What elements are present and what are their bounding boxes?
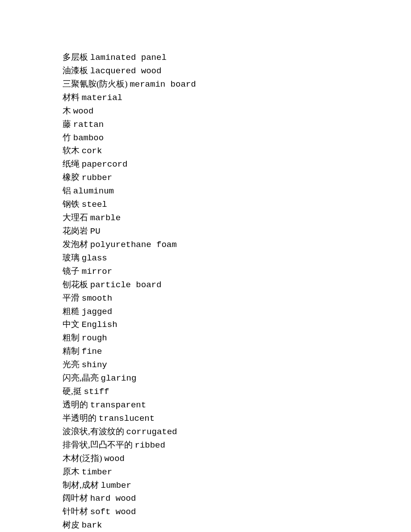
list-item: 藤 rattan [63, 118, 411, 131]
english-term: PU [90, 226, 101, 236]
english-term: meramin board [130, 80, 196, 89]
english-term: mirror [82, 267, 112, 276]
english-term: transparent [90, 400, 146, 410]
list-item: 硬,挺 stiff [63, 385, 411, 398]
list-item: 玻璃 glass [63, 251, 411, 265]
chinese-term: 波浪状,有波纹的 [63, 427, 124, 436]
chinese-term: 木 [63, 106, 71, 115]
english-term: fine [82, 347, 102, 356]
chinese-term: 光亮 [63, 360, 80, 369]
list-item: 木材(泛指) wood [63, 452, 411, 465]
list-item: 粗糙 jagged [63, 305, 411, 318]
list-item: 铝 aluminum [63, 184, 411, 198]
list-item: 软木 cork [63, 144, 411, 158]
list-item: 竹 bamboo [63, 131, 411, 145]
english-term: hard wood [90, 494, 136, 503]
chinese-term: 纸绳 [63, 159, 80, 168]
chinese-term: 制材,成材 [63, 480, 99, 490]
list-item: 精制 fine [63, 345, 411, 358]
chinese-term: 多层板 [63, 52, 88, 62]
chinese-term: 铝 [63, 186, 71, 195]
english-term: lacquered wood [90, 66, 162, 76]
english-term: shiny [82, 360, 107, 370]
english-term: rough [82, 333, 107, 343]
list-item: 三聚氰胺(防火板) meramin board [63, 78, 411, 91]
english-term: laminated panel [90, 53, 167, 63]
chinese-term: 花岗岩 [63, 226, 88, 235]
list-item: 花岗岩 PU [63, 225, 411, 238]
chinese-term: 闪亮,晶亮 [63, 373, 99, 382]
list-item: 刨花板 particle board [63, 278, 411, 292]
chinese-term: 橡胶 [63, 172, 80, 182]
chinese-term: 藤 [63, 119, 71, 129]
english-term: steel [82, 200, 107, 209]
english-term: English [82, 320, 117, 330]
english-term: glass [82, 253, 107, 263]
list-item: 钢铁 steel [63, 198, 411, 211]
chinese-term: 平滑 [63, 293, 80, 302]
list-item: 半透明的 translucent [63, 412, 411, 425]
list-item: 原木 timber [63, 465, 411, 479]
list-item: 材料 material [63, 91, 411, 105]
list-item: 木 wood [63, 105, 411, 118]
chinese-term: 排骨状,凹凸不平的 [63, 440, 133, 449]
english-term: smooth [82, 293, 112, 303]
list-item: 中文 English [63, 318, 411, 331]
chinese-term: 油漆板 [63, 66, 88, 75]
chinese-term: 木材(泛指) [63, 453, 102, 463]
chinese-term: 三聚氰胺(防火板) [63, 79, 128, 88]
list-item: 阔叶材 hard wood [63, 492, 411, 505]
english-term: bark [82, 520, 102, 530]
chinese-term: 粗糙 [63, 306, 80, 316]
list-item: 制材,成材 lumber [63, 479, 411, 492]
english-term: jagged [82, 307, 112, 317]
chinese-term: 树皮 [63, 520, 80, 529]
english-term: ribbed [135, 440, 165, 450]
list-item: 波浪状,有波纹的 corrugated [63, 425, 411, 439]
english-term: stiff [84, 387, 109, 397]
english-term: papercord [82, 159, 128, 169]
english-term: rubber [82, 173, 112, 183]
chinese-term: 发泡材 [63, 239, 88, 249]
chinese-term: 半透明的 [63, 413, 96, 423]
english-term: glaring [101, 373, 137, 383]
list-item: 闪亮,晶亮 glaring [63, 372, 411, 385]
list-item: 油漆板 lacquered wood [63, 64, 411, 78]
english-term: lumber [101, 481, 131, 490]
chinese-term: 钢铁 [63, 199, 80, 209]
english-term: cork [82, 146, 102, 156]
english-term: wood [104, 454, 125, 464]
list-item: 纸绳 papercord [63, 158, 411, 171]
chinese-term: 透明的 [63, 400, 88, 409]
english-term: marble [90, 213, 121, 223]
list-item: 橡胶 rubber [63, 171, 411, 184]
chinese-term: 针叶材 [63, 507, 88, 516]
chinese-term: 材料 [63, 92, 80, 102]
list-item: 排骨状,凹凸不平的 ribbed [63, 439, 411, 452]
vocabulary-list: 多层板 laminated panel油漆板 lacquered wood三聚氰… [0, 0, 411, 532]
list-item: 多层板 laminated panel [63, 51, 411, 64]
chinese-term: 镜子 [63, 266, 80, 276]
chinese-term: 阔叶材 [63, 493, 88, 503]
chinese-term: 玻璃 [63, 253, 80, 262]
list-item: 镜子 mirror [63, 265, 411, 278]
english-term: polyurethane foam [90, 240, 177, 250]
chinese-term: 硬,挺 [63, 386, 82, 396]
list-item: 光亮 shiny [63, 358, 411, 372]
chinese-term: 大理石 [63, 213, 88, 222]
chinese-term: 竹 [63, 133, 71, 142]
english-term: particle board [90, 280, 162, 290]
english-term: rattan [73, 120, 104, 130]
list-item: 树皮 bark [63, 519, 411, 532]
chinese-term: 中文 [63, 319, 80, 329]
list-item: 透明的 transparent [63, 398, 411, 412]
english-term: wood [73, 106, 94, 116]
english-term: material [82, 93, 122, 103]
list-item: 粗制 rough [63, 331, 411, 345]
chinese-term: 粗制 [63, 333, 80, 342]
english-term: corrugated [126, 427, 177, 437]
english-term: timber [82, 467, 112, 477]
list-item: 发泡材 polyurethane foam [63, 238, 411, 251]
english-term: bamboo [73, 133, 104, 143]
list-item: 平滑 smooth [63, 292, 411, 305]
